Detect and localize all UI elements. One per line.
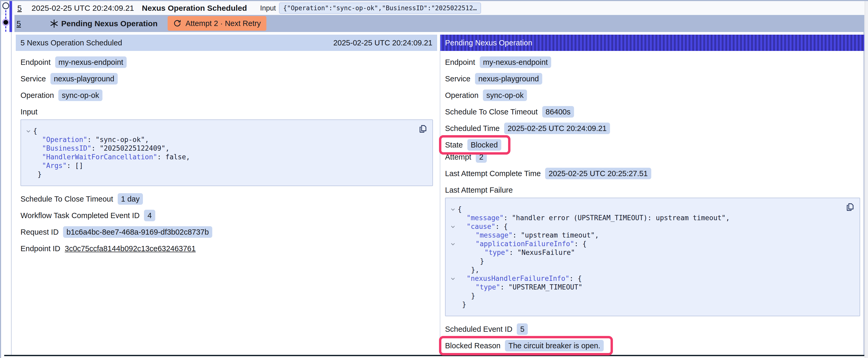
page-top-border: [0, 0, 868, 1]
code-line: "type": "NexusFailure": [448, 248, 854, 257]
field-operation: Operationsync-op-ok: [445, 89, 860, 101]
code-text: "message": "upstream timeout",: [458, 231, 599, 240]
field-value: 1 day: [118, 193, 143, 205]
field-value: 86400s: [542, 106, 574, 118]
code-line: "BusinessID": "20250225122409",: [24, 144, 427, 153]
event-detail-panel-scheduled: 5 Nexus Operation Scheduled 2025-02-25 U…: [16, 35, 437, 259]
field-value: 5: [517, 323, 528, 335]
field-label: Service: [445, 74, 470, 83]
code-text: {: [458, 205, 462, 214]
code-text: }: [458, 257, 484, 266]
field-value: 2025-02-25 UTC 20:24:09.21: [504, 123, 610, 134]
code-text: "Args": []: [33, 161, 83, 170]
timeline-dashed-connector: [5, 10, 6, 19]
collapse-chevron-icon[interactable]: [448, 240, 458, 248]
field-label: Operation: [21, 91, 54, 100]
collapse-chevron-icon[interactable]: [24, 127, 33, 135]
event-row-nexus-operation-scheduled[interactable]: 5 2025-02-25 UTC 20:24:09.21 Nexus Opera…: [1, 1, 864, 15]
code-gutter: [24, 153, 33, 161]
code-gutter: [448, 292, 458, 300]
collapse-chevron-icon[interactable]: [448, 205, 458, 214]
scheduled-panel-header: 5 Nexus Operation Scheduled 2025-02-25 U…: [16, 35, 437, 51]
code-line: }: [448, 292, 854, 300]
code-text: }: [458, 292, 475, 300]
annotation-highlight-box: StateBlocked: [439, 135, 510, 155]
field-service: Servicenexus-playground: [445, 73, 860, 85]
field-service: Servicenexus-playground: [21, 73, 433, 85]
pending-fields-bottom: Scheduled Event ID5Blocked ReasonThe cir…: [445, 323, 860, 352]
field-label: Endpoint: [21, 58, 51, 67]
event-input-label: Input: [260, 4, 276, 12]
code-text: "type": "NexusFailure": [458, 248, 575, 257]
annotation-highlight-box: Blocked ReasonThe circuit breaker is ope…: [439, 336, 613, 355]
field-label: Endpoint: [445, 58, 475, 67]
event-row-pending-nexus-operation[interactable]: 5 Pending Nexus Operation Attempt 2 · Ne…: [14, 15, 864, 32]
field-label: Schedule To Close Timeout: [21, 195, 113, 203]
event-input-preview-chip: {"Operation":"sync-op-ok","BusinessID":"…: [279, 2, 481, 14]
copy-icon[interactable]: [845, 202, 855, 212]
field-request-id: Request IDb1c6a4bc-8ee7-468a-9169-df3b02…: [21, 226, 433, 238]
code-gutter: [448, 231, 458, 240]
field-last-attempt-complete-time: Last Attempt Complete Time2025-02-25 UTC…: [445, 167, 860, 180]
field-value: The circuit breaker is open.: [505, 340, 604, 352]
code-line: }: [448, 257, 854, 266]
code-line: {: [24, 127, 427, 135]
code-gutter: [448, 257, 458, 266]
field-scheduled-event-id: Scheduled Event ID5: [445, 323, 860, 335]
code-text: {: [33, 127, 37, 135]
event-id-link[interactable]: 5: [17, 19, 21, 28]
field-value: b1c6a4bc-8ee7-468a-9169-df3b02c8737b: [63, 226, 212, 238]
field-value[interactable]: 3c0c75ccfa8144b092c13ce632463761: [65, 245, 196, 253]
code-line: "message": "handler error (UPSTREAM_TIME…: [448, 214, 854, 222]
timeline-start-icon: [2, 2, 9, 9]
code-gutter: [448, 283, 458, 292]
code-line: }: [24, 170, 427, 179]
code-text: "applicationFailureInfo": {: [458, 240, 587, 248]
field-value: nexus-playground: [51, 73, 118, 85]
event-id-link[interactable]: 5: [17, 4, 22, 12]
timeline-active-bar: [9, 1, 12, 32]
timeline-dashed-connector: [5, 26, 6, 32]
field-label: Scheduled Time: [445, 124, 500, 133]
code-text: "Operation": "sync-op-ok",: [33, 135, 149, 144]
field-value: nexus-playground: [475, 73, 542, 85]
code-gutter: [448, 266, 458, 274]
pending-operation-asterisk-icon: [50, 19, 59, 28]
field-label: State: [445, 141, 463, 149]
code-gutter: [24, 161, 33, 170]
field-label: Service: [21, 74, 46, 83]
code-line: },: [448, 266, 854, 274]
vertical-scrollbar[interactable]: [865, 0, 868, 358]
scheduled-fields-top: Endpointmy-nexus-endpointServicenexus-pl…: [21, 56, 433, 101]
code-text: "message": "handler error (UPSTREAM_TIME…: [458, 214, 730, 222]
copy-icon[interactable]: [418, 124, 428, 134]
field-label: Scheduled Event ID: [445, 325, 512, 334]
code-line: "message": "upstream timeout",: [448, 231, 854, 240]
failure-json-viewer: {"message": "handler error (UPSTREAM_TIM…: [445, 198, 860, 316]
code-gutter: [448, 214, 458, 222]
code-line: "type": "UPSTREAM_TIMEOUT": [448, 283, 854, 292]
field-label: Schedule To Close Timeout: [445, 108, 538, 116]
timeline-current-event-icon: [3, 20, 8, 25]
last-attempt-failure-label: Last Attempt Failure: [445, 184, 860, 194]
field-blocked-reason: Blocked ReasonThe circuit breaker is ope…: [445, 339, 604, 352]
code-text: "HandlerWaitForCancellation": false,: [33, 153, 190, 161]
page-left-border: [0, 0, 1, 358]
collapse-chevron-icon[interactable]: [448, 222, 458, 231]
field-workflow-task-completed-event-id: Workflow Task Completed Event ID4: [21, 209, 433, 222]
field-value: my-nexus-endpoint: [55, 57, 127, 68]
viewport-bottom-edge: [4, 355, 864, 356]
field-state: StateBlocked: [445, 139, 501, 151]
code-text: "BusinessID": "20250225122409",: [33, 144, 169, 153]
field-value: Blocked: [467, 139, 501, 151]
code-text: "cause": {: [458, 222, 508, 231]
code-gutter: [24, 144, 33, 153]
event-title: Pending Nexus Operation: [61, 19, 158, 28]
collapse-chevron-icon[interactable]: [448, 274, 458, 283]
input-json-viewer: {"Operation": "sync-op-ok","BusinessID":…: [21, 120, 433, 186]
field-label: Blocked Reason: [445, 341, 500, 350]
field-value: sync-op-ok: [58, 90, 102, 101]
pending-panel-header: Pending Nexus Operation: [440, 35, 864, 51]
scheduled-panel-timestamp: 2025-02-25 UTC 20:24:09.21: [333, 39, 432, 47]
code-text: }: [33, 170, 42, 179]
